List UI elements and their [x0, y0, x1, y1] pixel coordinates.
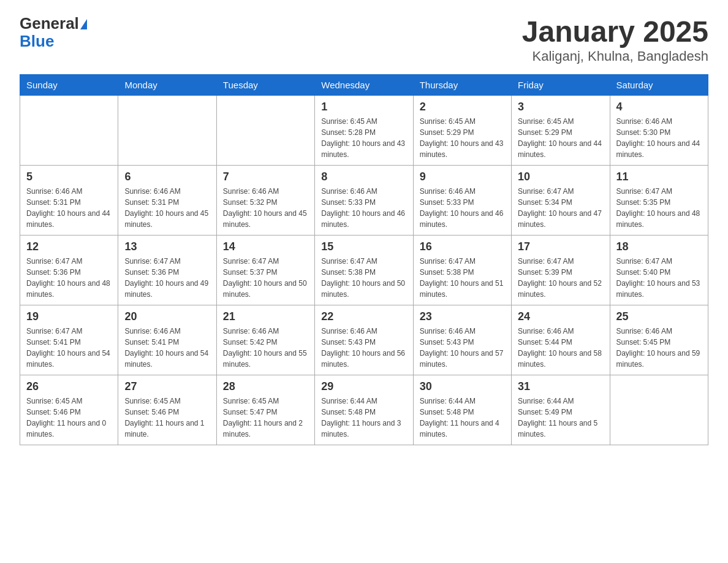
- day-number: 6: [124, 170, 210, 183]
- col-header-friday: Friday: [512, 75, 610, 96]
- day-info: Sunrise: 6:46 AM Sunset: 5:45 PM Dayligh…: [616, 326, 702, 370]
- day-cell-4: 4Sunrise: 6:46 AM Sunset: 5:30 PM Daylig…: [610, 96, 708, 166]
- calendar-table: SundayMondayTuesdayWednesdayThursdayFrid…: [20, 74, 708, 445]
- day-info: Sunrise: 6:46 AM Sunset: 5:32 PM Dayligh…: [223, 186, 308, 230]
- day-info: Sunrise: 6:46 AM Sunset: 5:43 PM Dayligh…: [321, 326, 406, 370]
- day-info: Sunrise: 6:44 AM Sunset: 5:48 PM Dayligh…: [321, 396, 406, 440]
- logo: General Blue: [20, 15, 87, 50]
- week-row-1: 1Sunrise: 6:45 AM Sunset: 5:28 PM Daylig…: [20, 96, 708, 166]
- day-number: 30: [420, 380, 505, 393]
- col-header-thursday: Thursday: [413, 75, 511, 96]
- day-info: Sunrise: 6:45 AM Sunset: 5:28 PM Dayligh…: [321, 116, 406, 160]
- day-cell-28: 28Sunrise: 6:45 AM Sunset: 5:47 PM Dayli…: [216, 375, 314, 445]
- day-cell-23: 23Sunrise: 6:46 AM Sunset: 5:43 PM Dayli…: [413, 305, 511, 375]
- day-number: 28: [223, 380, 308, 393]
- day-info: Sunrise: 6:47 AM Sunset: 5:37 PM Dayligh…: [223, 256, 308, 300]
- logo-text-block: General Blue: [20, 15, 87, 50]
- day-info: Sunrise: 6:47 AM Sunset: 5:38 PM Dayligh…: [321, 256, 406, 300]
- day-number: 17: [518, 240, 603, 253]
- day-number: 9: [420, 170, 505, 183]
- day-number: 16: [420, 240, 505, 253]
- col-header-wednesday: Wednesday: [315, 75, 413, 96]
- day-number: 7: [223, 170, 308, 183]
- day-info: Sunrise: 6:46 AM Sunset: 5:44 PM Dayligh…: [518, 326, 603, 370]
- day-number: 23: [420, 310, 505, 323]
- page-header: General Blue January 2025 Kaliganj, Khul…: [20, 15, 708, 64]
- day-number: 8: [321, 170, 406, 183]
- week-row-3: 12Sunrise: 6:47 AM Sunset: 5:36 PM Dayli…: [20, 236, 708, 305]
- day-cell-19: 19Sunrise: 6:47 AM Sunset: 5:41 PM Dayli…: [20, 305, 118, 375]
- day-cell-15: 15Sunrise: 6:47 AM Sunset: 5:38 PM Dayli…: [315, 236, 413, 305]
- day-number: 12: [26, 240, 112, 253]
- day-cell-20: 20Sunrise: 6:46 AM Sunset: 5:41 PM Dayli…: [118, 305, 216, 375]
- day-number: 2: [420, 101, 505, 113]
- day-info: Sunrise: 6:46 AM Sunset: 5:30 PM Dayligh…: [616, 116, 702, 160]
- day-info: Sunrise: 6:47 AM Sunset: 5:34 PM Dayligh…: [518, 186, 603, 230]
- day-cell-14: 14Sunrise: 6:47 AM Sunset: 5:37 PM Dayli…: [216, 236, 314, 305]
- day-cell-5: 5Sunrise: 6:46 AM Sunset: 5:31 PM Daylig…: [20, 166, 118, 236]
- day-info: Sunrise: 6:44 AM Sunset: 5:49 PM Dayligh…: [518, 396, 603, 440]
- day-cell-2: 2Sunrise: 6:45 AM Sunset: 5:29 PM Daylig…: [413, 96, 511, 166]
- day-number: 1: [321, 101, 406, 113]
- logo-general-text: General: [20, 14, 79, 33]
- day-cell-3: 3Sunrise: 6:45 AM Sunset: 5:29 PM Daylig…: [512, 96, 610, 166]
- day-cell-16: 16Sunrise: 6:47 AM Sunset: 5:38 PM Dayli…: [413, 236, 511, 305]
- day-info: Sunrise: 6:46 AM Sunset: 5:42 PM Dayligh…: [223, 326, 308, 370]
- title-block: January 2025 Kaliganj, Khulna, Banglades…: [522, 15, 708, 64]
- day-number: 26: [26, 380, 112, 393]
- day-info: Sunrise: 6:45 AM Sunset: 5:29 PM Dayligh…: [518, 116, 603, 160]
- col-header-monday: Monday: [118, 75, 216, 96]
- day-cell-30: 30Sunrise: 6:44 AM Sunset: 5:48 PM Dayli…: [413, 375, 511, 445]
- day-cell-9: 9Sunrise: 6:46 AM Sunset: 5:33 PM Daylig…: [413, 166, 511, 236]
- day-cell-24: 24Sunrise: 6:46 AM Sunset: 5:44 PM Dayli…: [512, 305, 610, 375]
- day-number: 27: [124, 380, 210, 393]
- day-number: 29: [321, 380, 406, 393]
- empty-cell: [20, 96, 118, 166]
- logo-triangle-icon: [80, 19, 87, 29]
- header-row: SundayMondayTuesdayWednesdayThursdayFrid…: [20, 75, 708, 96]
- empty-cell: [610, 375, 708, 445]
- day-info: Sunrise: 6:46 AM Sunset: 5:41 PM Dayligh…: [124, 326, 210, 370]
- col-header-sunday: Sunday: [20, 75, 118, 96]
- day-cell-17: 17Sunrise: 6:47 AM Sunset: 5:39 PM Dayli…: [512, 236, 610, 305]
- day-info: Sunrise: 6:47 AM Sunset: 5:36 PM Dayligh…: [26, 256, 112, 300]
- day-info: Sunrise: 6:47 AM Sunset: 5:38 PM Dayligh…: [420, 256, 505, 300]
- day-info: Sunrise: 6:44 AM Sunset: 5:48 PM Dayligh…: [420, 396, 505, 440]
- day-cell-29: 29Sunrise: 6:44 AM Sunset: 5:48 PM Dayli…: [315, 375, 413, 445]
- day-number: 3: [518, 101, 603, 113]
- day-cell-18: 18Sunrise: 6:47 AM Sunset: 5:40 PM Dayli…: [610, 236, 708, 305]
- day-info: Sunrise: 6:45 AM Sunset: 5:29 PM Dayligh…: [420, 116, 505, 160]
- day-info: Sunrise: 6:47 AM Sunset: 5:39 PM Dayligh…: [518, 256, 603, 300]
- day-cell-13: 13Sunrise: 6:47 AM Sunset: 5:36 PM Dayli…: [118, 236, 216, 305]
- logo-blue-text: Blue: [20, 32, 54, 50]
- day-number: 24: [518, 310, 603, 323]
- day-info: Sunrise: 6:45 AM Sunset: 5:47 PM Dayligh…: [223, 396, 308, 440]
- day-info: Sunrise: 6:45 AM Sunset: 5:46 PM Dayligh…: [26, 396, 112, 440]
- day-number: 20: [124, 310, 210, 323]
- day-cell-6: 6Sunrise: 6:46 AM Sunset: 5:31 PM Daylig…: [118, 166, 216, 236]
- week-row-2: 5Sunrise: 6:46 AM Sunset: 5:31 PM Daylig…: [20, 166, 708, 236]
- day-cell-26: 26Sunrise: 6:45 AM Sunset: 5:46 PM Dayli…: [20, 375, 118, 445]
- day-number: 21: [223, 310, 308, 323]
- week-row-4: 19Sunrise: 6:47 AM Sunset: 5:41 PM Dayli…: [20, 305, 708, 375]
- day-number: 10: [518, 170, 603, 183]
- day-number: 4: [616, 101, 702, 113]
- day-info: Sunrise: 6:47 AM Sunset: 5:41 PM Dayligh…: [26, 326, 112, 370]
- day-cell-31: 31Sunrise: 6:44 AM Sunset: 5:49 PM Dayli…: [512, 375, 610, 445]
- day-number: 22: [321, 310, 406, 323]
- day-info: Sunrise: 6:46 AM Sunset: 5:33 PM Dayligh…: [420, 186, 505, 230]
- week-row-5: 26Sunrise: 6:45 AM Sunset: 5:46 PM Dayli…: [20, 375, 708, 445]
- col-header-tuesday: Tuesday: [216, 75, 314, 96]
- col-header-saturday: Saturday: [610, 75, 708, 96]
- day-info: Sunrise: 6:45 AM Sunset: 5:46 PM Dayligh…: [124, 396, 210, 440]
- day-cell-11: 11Sunrise: 6:47 AM Sunset: 5:35 PM Dayli…: [610, 166, 708, 236]
- day-cell-7: 7Sunrise: 6:46 AM Sunset: 5:32 PM Daylig…: [216, 166, 314, 236]
- day-info: Sunrise: 6:46 AM Sunset: 5:31 PM Dayligh…: [26, 186, 112, 230]
- day-info: Sunrise: 6:46 AM Sunset: 5:43 PM Dayligh…: [420, 326, 505, 370]
- day-info: Sunrise: 6:46 AM Sunset: 5:33 PM Dayligh…: [321, 186, 406, 230]
- day-cell-27: 27Sunrise: 6:45 AM Sunset: 5:46 PM Dayli…: [118, 375, 216, 445]
- empty-cell: [118, 96, 216, 166]
- day-cell-10: 10Sunrise: 6:47 AM Sunset: 5:34 PM Dayli…: [512, 166, 610, 236]
- day-cell-22: 22Sunrise: 6:46 AM Sunset: 5:43 PM Dayli…: [315, 305, 413, 375]
- day-cell-21: 21Sunrise: 6:46 AM Sunset: 5:42 PM Dayli…: [216, 305, 314, 375]
